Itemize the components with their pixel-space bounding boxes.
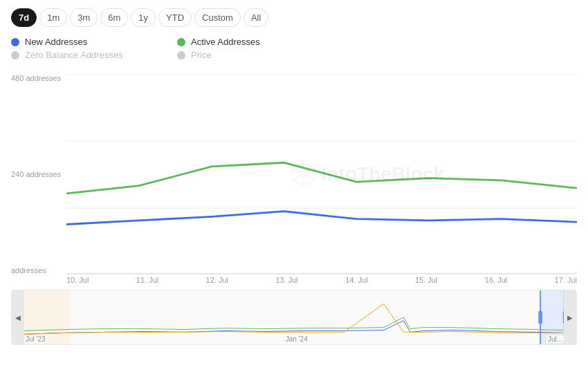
- y-axis: 480 addresses 240 addresses addresses: [11, 74, 66, 274]
- x-label-4: 14. Jul: [345, 276, 367, 284]
- y-label-mid: 240 addresses: [11, 170, 66, 178]
- legend-dot-active-addresses: [177, 38, 185, 46]
- btn-7d[interactable]: 7d: [11, 8, 37, 27]
- x-label-7: 17. Jul: [555, 276, 577, 284]
- main-container: 7d 1m 3m 6m 1y YTD Custom All New Addres…: [0, 0, 588, 392]
- legend-zero-balance[interactable]: Zero Balance Addresses: [11, 50, 177, 60]
- x-label-6: 16. Jul: [485, 276, 507, 284]
- y-label-top: 480 addresses: [11, 74, 66, 82]
- btn-all[interactable]: All: [244, 8, 268, 27]
- svg-rect-8: [12, 290, 576, 344]
- legend-new-addresses[interactable]: New Addresses: [11, 37, 177, 47]
- x-axis: 10. Jul 11. Jul 12. Jul 13. Jul 14. Jul …: [11, 276, 577, 284]
- btn-1y[interactable]: 1y: [131, 8, 156, 27]
- legend-label-price: Price: [191, 50, 212, 60]
- chart-area: IntoTheBlock: [66, 74, 577, 274]
- x-label-2: 12. Jul: [206, 276, 228, 284]
- time-range-bar: 7d 1m 3m 6m 1y YTD Custom All: [11, 8, 577, 27]
- new-addresses-line: [66, 212, 577, 225]
- x-label-1: 11. Jul: [136, 276, 158, 284]
- legend-label-active-addresses: Active Addresses: [191, 37, 260, 47]
- mini-chart-svg: [12, 290, 576, 344]
- svg-rect-10: [540, 290, 564, 344]
- x-label-5: 15. Jul: [415, 276, 437, 284]
- chart-legend: New Addresses Active Addresses Zero Bala…: [11, 37, 343, 60]
- mini-nav-left-btn[interactable]: ◀: [12, 290, 24, 344]
- btn-1m[interactable]: 1m: [39, 8, 67, 27]
- mini-chart[interactable]: Jul '23 Jan '24 Jul... ◀ ▶: [11, 290, 577, 345]
- mini-nav-right-btn[interactable]: ▶: [564, 290, 576, 344]
- main-chart-wrapper: 480 addresses 240 addresses addresses In…: [11, 74, 577, 274]
- btn-ytd[interactable]: YTD: [158, 8, 192, 27]
- legend-price[interactable]: Price: [177, 50, 343, 60]
- active-addresses-line: [66, 162, 577, 194]
- x-label-3: 13. Jul: [275, 276, 297, 284]
- svg-rect-9: [24, 290, 70, 344]
- legend-dot-new-addresses: [11, 38, 19, 46]
- legend-active-addresses[interactable]: Active Addresses: [177, 37, 343, 47]
- legend-label-new-addresses: New Addresses: [25, 37, 87, 47]
- btn-custom[interactable]: Custom: [194, 8, 241, 27]
- x-label-0: 10. Jul: [66, 276, 89, 284]
- btn-6m[interactable]: 6m: [100, 8, 128, 27]
- y-label-bottom: addresses: [11, 266, 66, 274]
- btn-3m[interactable]: 3m: [70, 8, 98, 27]
- main-chart-svg: [66, 74, 577, 274]
- svg-rect-13: [538, 310, 542, 324]
- legend-dot-price: [177, 51, 185, 59]
- legend-label-zero-balance: Zero Balance Addresses: [25, 50, 123, 60]
- legend-dot-zero-balance: [11, 51, 19, 59]
